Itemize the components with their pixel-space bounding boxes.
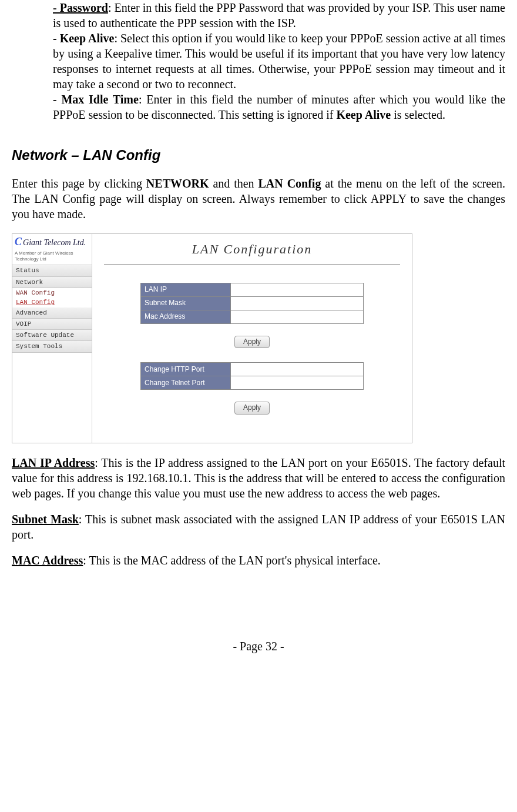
brand-text: Giant Telecom Ltd. xyxy=(23,238,86,247)
definition-lanip: LAN IP Address: This is the IP address a… xyxy=(12,455,505,501)
label-password: - Password xyxy=(53,1,108,14)
label-keepalive: - Keep Alive xyxy=(53,32,114,45)
intro-c: and then xyxy=(209,177,258,190)
text-subnet: : This is subnet mask associated with th… xyxy=(12,513,505,541)
text-mac: : This is the MAC address of the LAN por… xyxy=(83,554,380,567)
row-http-port: Change HTTP Port xyxy=(141,363,364,376)
text-password: : Enter in this field the PPP Password t… xyxy=(53,1,505,29)
label-subnet: Subnet Mask xyxy=(141,296,231,310)
definition-maxidle: - Max Idle Time: Enter in this field the… xyxy=(53,92,505,122)
intro-paragraph: Enter this page by clicking NETWORK and … xyxy=(12,176,505,222)
label-maxidle: - Max Idle Time xyxy=(53,93,139,106)
router-screenshot: CGiant Telecom Ltd. A Member of Giant Wi… xyxy=(12,233,412,443)
label-mac: Mac Address xyxy=(141,310,231,323)
definition-password: - Password: Enter in this field the PPP … xyxy=(53,0,505,31)
nav-status[interactable]: Status xyxy=(12,265,92,276)
nav-advanced[interactable]: Advanced xyxy=(12,308,92,319)
brand: CGiant Telecom Ltd. xyxy=(12,234,92,250)
text-maxidle-bold: Keep Alive xyxy=(336,108,391,121)
lan-config-table: LAN IP Subnet Mask Mac Address xyxy=(140,283,364,324)
input-telnet-port[interactable] xyxy=(231,376,364,390)
sidebar: CGiant Telecom Ltd. A Member of Giant Wi… xyxy=(12,234,92,443)
definition-mac: MAC Address: This is the MAC address of … xyxy=(12,553,505,568)
definition-subnet: Subnet Mask: This is subnet mask associa… xyxy=(12,512,505,542)
nav-wan[interactable]: WAN Config xyxy=(12,288,92,298)
row-subnet: Subnet Mask xyxy=(141,296,364,310)
nav-tools[interactable]: System Tools xyxy=(12,341,92,352)
brand-subtitle: A Member of Giant Wireless Technology Lt… xyxy=(12,250,92,266)
section-heading: Network – LAN Config xyxy=(12,146,505,164)
page-footer: - Page 32 - xyxy=(12,639,505,654)
panel-title: LAN Configuration xyxy=(104,239,400,265)
definition-keepalive: - Keep Alive: Select this option if you … xyxy=(53,31,505,92)
main-panel: LAN Configuration LAN IP Subnet Mask Mac… xyxy=(92,234,412,443)
nav-lan[interactable]: LAN Config xyxy=(12,298,92,307)
nav-network[interactable]: Network xyxy=(12,277,92,288)
label-mac-def: MAC Address xyxy=(12,554,83,567)
text-maxidle-b: is selected. xyxy=(391,108,445,121)
input-http-port[interactable] xyxy=(231,363,364,376)
label-telnet-port: Change Telnet Port xyxy=(141,376,231,390)
row-mac: Mac Address xyxy=(141,310,364,323)
label-subnet-def: Subnet Mask xyxy=(12,513,79,526)
label-http-port: Change HTTP Port xyxy=(141,363,231,376)
brand-logo: C xyxy=(15,236,22,248)
apply-button-2[interactable]: Apply xyxy=(234,402,270,415)
label-lan-ip: LAN IP xyxy=(141,283,231,296)
port-config-table: Change HTTP Port Change Telnet Port xyxy=(140,362,364,390)
nav-voip[interactable]: VOIP xyxy=(12,319,92,330)
label-lanip: LAN IP Address xyxy=(12,456,95,469)
intro-d: LAN Config xyxy=(258,177,321,190)
input-lan-ip[interactable] xyxy=(231,283,364,296)
input-subnet[interactable] xyxy=(231,296,364,310)
input-mac[interactable] xyxy=(231,310,364,323)
row-telnet-port: Change Telnet Port xyxy=(141,376,364,390)
intro-a: Enter this page by clicking xyxy=(12,177,146,190)
row-lan-ip: LAN IP xyxy=(141,283,364,296)
nav-software[interactable]: Software Update xyxy=(12,330,92,341)
text-keepalive: : Select this option if you would like t… xyxy=(53,32,505,91)
intro-b: NETWORK xyxy=(146,177,209,190)
apply-button-1[interactable]: Apply xyxy=(234,336,270,349)
